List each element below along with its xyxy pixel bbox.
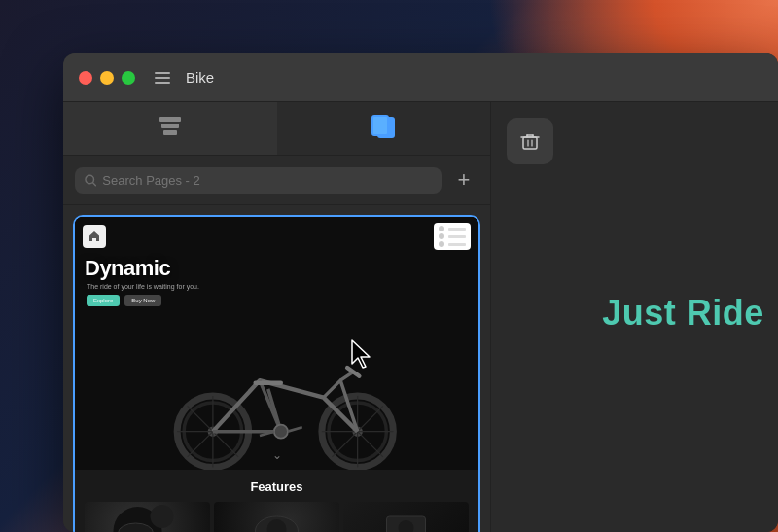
page-thumbnail-item[interactable]: Dynamic The ride of your life is waiting… bbox=[73, 215, 480, 532]
features-section: Features bbox=[75, 470, 478, 532]
feature-item-3 bbox=[343, 502, 469, 532]
features-title: Features bbox=[85, 479, 469, 494]
pages-icon bbox=[371, 115, 395, 142]
tab-layers[interactable] bbox=[63, 102, 277, 155]
search-icon bbox=[85, 174, 96, 187]
right-panel: Just Ride bbox=[491, 102, 778, 532]
features-grid bbox=[85, 502, 469, 532]
trash-icon bbox=[519, 130, 541, 152]
fullscreen-button[interactable] bbox=[122, 71, 135, 85]
search-input-wrap[interactable] bbox=[75, 167, 442, 194]
traffic-lights bbox=[79, 71, 135, 85]
add-page-button[interactable]: + bbox=[449, 165, 478, 195]
bike-hero: Dynamic The ride of your life is waiting… bbox=[75, 217, 478, 470]
buy-button: Buy Now bbox=[124, 295, 161, 306]
svg-point-25 bbox=[151, 505, 174, 528]
window-title: Bike bbox=[186, 69, 214, 86]
feature-item-2 bbox=[214, 502, 339, 532]
tab-pages[interactable] bbox=[277, 102, 491, 155]
search-input[interactable] bbox=[102, 173, 432, 188]
trash-button[interactable] bbox=[507, 118, 553, 164]
menu-icon[interactable] bbox=[155, 72, 170, 84]
minimize-button[interactable] bbox=[100, 71, 114, 85]
feature-item-1 bbox=[85, 502, 210, 532]
cta-buttons: Explore Buy Now bbox=[87, 295, 161, 306]
home-icon-box bbox=[83, 225, 106, 248]
main-layout: + bbox=[63, 102, 778, 532]
svg-rect-30 bbox=[523, 137, 537, 149]
sidebar: + bbox=[63, 102, 491, 532]
tab-bar bbox=[63, 102, 490, 156]
svg-line-22 bbox=[288, 427, 302, 431]
explore-button: Explore bbox=[87, 295, 120, 306]
layers-icon bbox=[159, 117, 182, 140]
pages-list[interactable]: Dynamic The ride of your life is waiting… bbox=[63, 205, 490, 532]
page-tagline: The ride of your life is waiting for you… bbox=[87, 283, 199, 290]
titlebar: Bike bbox=[63, 53, 778, 102]
page-topbar bbox=[75, 223, 478, 250]
svg-line-1 bbox=[93, 182, 96, 185]
chevron-down-icon: ⌄ bbox=[272, 448, 282, 462]
app-window: Bike bbox=[63, 53, 778, 532]
options-icon bbox=[434, 223, 471, 250]
home-icon bbox=[88, 230, 101, 243]
svg-point-20 bbox=[274, 425, 288, 439]
svg-line-18 bbox=[340, 372, 353, 380]
close-button[interactable] bbox=[79, 71, 92, 85]
page-thumbnail-content: Dynamic The ride of your life is waiting… bbox=[75, 217, 478, 470]
search-bar-row: + bbox=[63, 156, 490, 205]
page-main-title: Dynamic bbox=[85, 256, 170, 281]
just-ride-label: Just Ride bbox=[602, 293, 764, 334]
